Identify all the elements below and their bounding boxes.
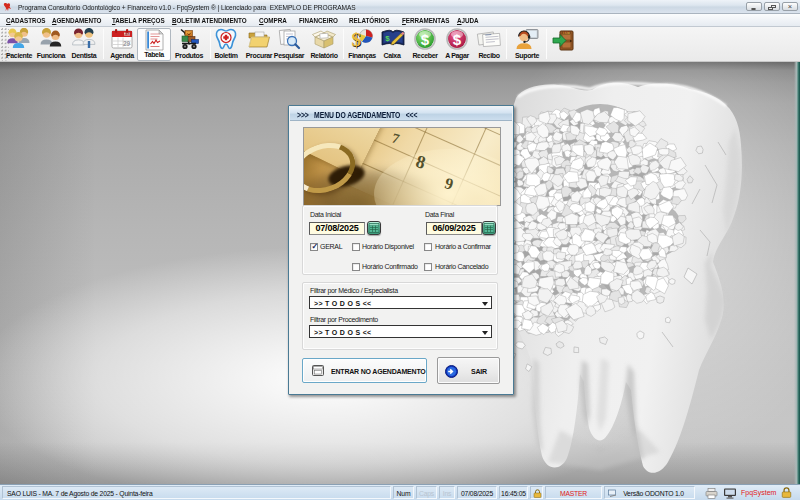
svg-text:29: 29 [123, 40, 131, 47]
svg-text:$: $ [421, 31, 430, 48]
svg-text:$: $ [352, 29, 362, 50]
svg-text:$: $ [385, 34, 390, 43]
svg-text:EXIT: EXIT [563, 31, 570, 35]
svg-text:$: $ [453, 31, 462, 48]
